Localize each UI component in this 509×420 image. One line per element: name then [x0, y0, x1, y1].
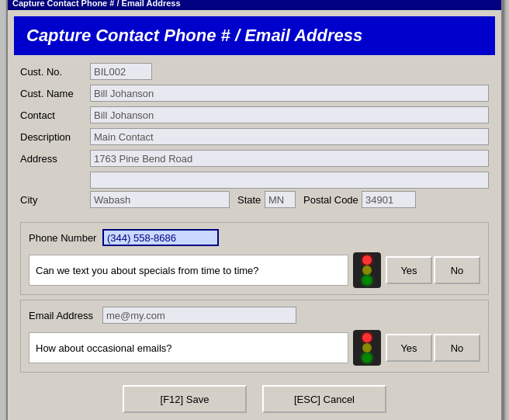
email-no-button[interactable]: No [434, 334, 480, 362]
cancel-button[interactable]: [ESC] Cancel [262, 385, 386, 413]
email-label: Email Address [29, 310, 102, 321]
state-label: State [237, 194, 265, 206]
cust-no-row: Cust. No. [20, 63, 489, 80]
cust-name-row: Cust. Name [20, 85, 489, 102]
title-bar-text: Capture Contact Phone # / Email Address [12, 0, 181, 8]
form-area: Cust. No. Cust. Name Contact Description… [8, 58, 501, 217]
postal-input[interactable] [362, 191, 416, 208]
title-bar: Capture Contact Phone # / Email Address [8, 0, 501, 10]
sms-yes-no: Yes No [386, 256, 480, 284]
email-yes-no: Yes No [386, 334, 480, 362]
contact-label: Contact [20, 109, 90, 121]
header-banner: Capture Contact Phone # / Email Address [14, 16, 495, 55]
green-light [362, 276, 372, 285]
green-light-2 [362, 353, 372, 363]
sms-yes-button[interactable]: Yes [386, 256, 432, 284]
yellow-light [362, 266, 372, 275]
email-question-text: How about occasional emails? [29, 332, 348, 363]
red-light [362, 255, 372, 265]
email-section: Email Address How about occasional email… [20, 300, 489, 373]
sms-no-button[interactable]: No [434, 256, 480, 284]
state-input[interactable] [265, 191, 296, 208]
red-light-2 [362, 333, 372, 342]
yellow-light-2 [362, 343, 372, 352]
contact-row: Contact [20, 106, 489, 123]
address2-row [20, 172, 489, 189]
cust-no-label: Cust. No. [20, 66, 90, 78]
city-row: City State Postal Code [20, 191, 489, 208]
email-question-row: How about occasional emails? Yes No [29, 330, 480, 366]
address-row: Address [20, 150, 489, 167]
phone-label: Phone Number [29, 232, 102, 244]
phone-input[interactable] [102, 229, 219, 246]
contact-input[interactable] [90, 106, 489, 123]
bottom-buttons: [F12] Save [ESC] Cancel [8, 377, 501, 420]
cust-name-label: Cust. Name [20, 88, 90, 99]
phone-row: Phone Number [29, 229, 480, 246]
address-label: Address [20, 153, 90, 165]
email-yes-button[interactable]: Yes [386, 334, 432, 362]
postal-label: Postal Code [303, 194, 362, 206]
address-input[interactable] [90, 150, 489, 167]
description-input[interactable] [90, 128, 489, 145]
description-row: Description [20, 128, 489, 145]
description-label: Description [20, 131, 90, 143]
sms-question-text: Can we text you about specials from time… [29, 255, 348, 286]
email-row: Email Address [29, 307, 480, 324]
phone-section: Phone Number Can we text you about speci… [20, 222, 489, 295]
email-traffic-light [353, 330, 381, 366]
sms-traffic-light [353, 252, 381, 288]
cust-name-input[interactable] [90, 85, 489, 102]
city-label: City [20, 194, 90, 206]
save-button[interactable]: [F12] Save [123, 385, 247, 413]
sms-question-row: Can we text you about specials from time… [29, 252, 480, 288]
address2-input[interactable] [90, 172, 489, 189]
email-input[interactable] [102, 307, 296, 324]
city-input[interactable] [90, 191, 230, 208]
main-window: Capture Contact Phone # / Email Address … [6, 0, 503, 420]
cust-no-input[interactable] [90, 63, 152, 80]
